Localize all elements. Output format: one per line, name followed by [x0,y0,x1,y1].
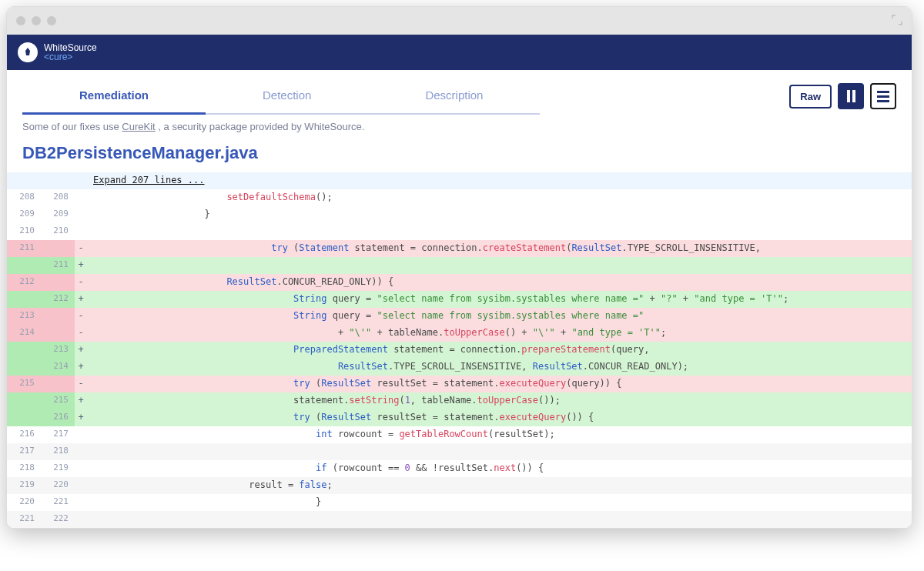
rows-icon [877,91,889,102]
code-content: statement.setString(1, tableName.toUpper… [87,392,912,409]
diff-sign: + [75,392,87,409]
line-number-old [7,342,41,359]
line-number-old: 210 [7,223,41,240]
diff-line-context: 220221 } [7,494,912,511]
window-titlebar [7,7,912,35]
line-number-new: 219 [41,460,75,477]
diff-line-deleted: 215- try (ResultSet resultSet = statemen… [7,376,912,392]
diff-sign: - [75,376,87,392]
line-number-new: 221 [41,494,75,511]
expand-label: Expand 207 lines ... [87,172,912,189]
diff-sign: + [75,291,87,308]
diff-sign [75,460,87,477]
line-number-new [41,325,75,342]
line-number-old [7,257,41,274]
line-number-old: 216 [7,426,41,443]
diff-line-added: 215+ statement.setString(1, tableName.to… [7,392,912,409]
line-number-old [7,409,41,426]
diff-line-added: 212+ String query = "select name from sy… [7,291,912,308]
code-content [87,443,912,460]
code-content: + "\'" + tableName.toUpperCase() + "\'" … [87,325,912,342]
window-traffic-lights [16,16,56,25]
line-number-new: 216 [41,409,75,426]
logo-icon [18,42,38,62]
diff-sign [75,426,87,443]
line-number-old: 220 [7,494,41,511]
diff-line-deleted: 212- ResultSet.CONCUR_READ_ONLY)) { [7,274,912,291]
code-content [87,257,912,274]
line-number-new: 211 [41,257,75,274]
line-number-new: 217 [41,426,75,443]
curekit-link[interactable]: CureKit [122,121,155,132]
diff-sign: + [75,257,87,274]
diff-line-deleted: 211- try (Statement statement = connecti… [7,240,912,257]
diff-sign: - [75,325,87,342]
logo[interactable]: WhiteSource <cure> [18,42,97,62]
tab-remediation[interactable]: Remediation [22,78,206,115]
code-content: PreparedStatement statement = connection… [87,342,912,359]
line-number-new: 215 [41,392,75,409]
info-suffix: , a security package provided by WhiteSo… [156,121,365,132]
close-dot[interactable] [16,16,25,25]
line-number-new [41,240,75,257]
split-view-button[interactable] [838,83,864,109]
unified-view-button[interactable] [870,83,896,109]
diff-line-context: 210210 [7,223,912,240]
diff-line-added: 216+ try (ResultSet resultSet = statemen… [7,409,912,426]
line-number-old: 217 [7,443,41,460]
logo-text: WhiteSource <cure> [44,43,97,62]
line-number-old: 219 [7,477,41,494]
line-number-new: 220 [41,477,75,494]
line-number-new: 212 [41,291,75,308]
diff-sign: + [75,342,87,359]
diff-sign: - [75,274,87,291]
code-content: try (ResultSet resultSet = statement.exe… [87,376,912,392]
line-number-old: 213 [7,308,41,325]
line-number-new [41,274,75,291]
code-content: String query = "select name from sysibm.… [87,291,912,308]
code-content: try (ResultSet resultSet = statement.exe… [87,409,912,426]
code-content: ResultSet.CONCUR_READ_ONLY)) { [87,274,912,291]
brand-bar: WhiteSource <cure> [7,35,912,70]
diff-sign [75,477,87,494]
expand-icon[interactable] [892,15,902,25]
line-number-new: 222 [41,511,75,528]
diff-sign: + [75,409,87,426]
line-number-old: 209 [7,206,41,223]
line-number-old [7,359,41,376]
line-number-old: 215 [7,376,41,392]
tabs: Remediation Detection Description [22,78,540,115]
minimize-dot[interactable] [32,16,41,25]
diff-sign: - [75,240,87,257]
line-number-old [7,291,41,308]
line-number-old: 208 [7,189,41,206]
diff-line-context: 209209 } [7,206,912,223]
diff-sign: - [75,308,87,325]
code-content: } [87,494,912,511]
diff-view: Expand 207 lines ... 208208 setDefaultSc… [7,172,912,528]
diff-line-context: 218219 if (rowcount == 0 && !resultSet.n… [7,460,912,477]
raw-button[interactable]: Raw [789,85,832,109]
tab-description[interactable]: Description [368,78,540,115]
line-number-new: 214 [41,359,75,376]
diff-sign [75,189,87,206]
line-number-new: 209 [41,206,75,223]
line-number-new: 213 [41,342,75,359]
logo-line2: <cure> [44,52,97,62]
diff-line-added: 211+ [7,257,912,274]
diff-line-added: 214+ ResultSet.TYPE_SCROLL_INSENSITIVE, … [7,359,912,376]
line-number-old: 211 [7,240,41,257]
diff-line-context: 216217 int rowcount = getTableRowCount(r… [7,426,912,443]
maximize-dot[interactable] [47,16,56,25]
code-content: result = false; [87,477,912,494]
diff-sign: + [75,359,87,376]
diff-line-context: 219220 result = false; [7,477,912,494]
columns-icon [847,90,855,102]
sub-nav: Remediation Detection Description Raw [7,70,912,115]
diff-sign [75,443,87,460]
diff-line-context: 217218 [7,443,912,460]
expand-row[interactable]: Expand 207 lines ... [7,172,912,189]
diff-sign [75,223,87,240]
tab-detection[interactable]: Detection [206,78,368,115]
info-text: Some of our fixes use CureKit , a securi… [7,115,912,135]
